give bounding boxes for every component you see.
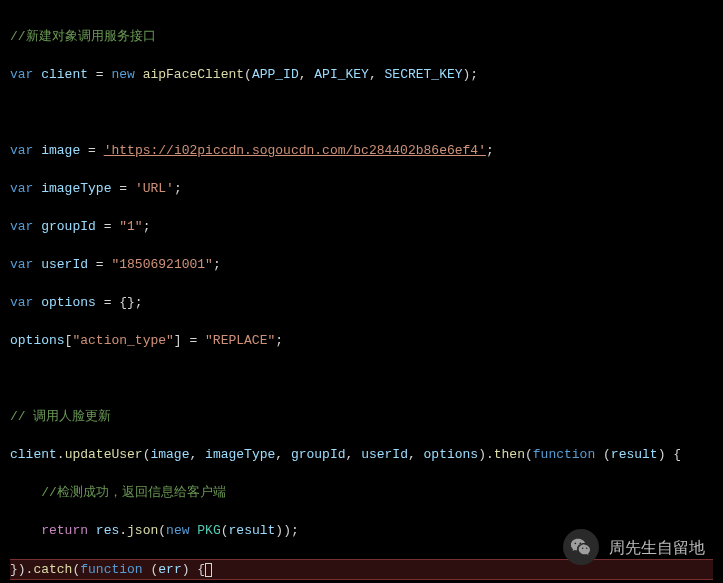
code-editor[interactable]: //新建对象调用服务接口 var client = new aipFaceCli… xyxy=(0,0,723,583)
watermark: 周先生自留地 xyxy=(563,529,705,565)
code-line: options["action_type"] = "REPLACE"; xyxy=(10,331,713,350)
code-line: var options = {}; xyxy=(10,293,713,312)
cursor xyxy=(205,563,212,577)
watermark-text: 周先生自留地 xyxy=(609,538,705,557)
code-line: var userId = "18506921001"; xyxy=(10,255,713,274)
code-line: // 调用人脸更新 xyxy=(10,407,713,426)
code-line: var client = new aipFaceClient(APP_ID, A… xyxy=(10,65,713,84)
code-line: var groupId = "1"; xyxy=(10,217,713,236)
code-line: client.updateUser(image, imageType, grou… xyxy=(10,445,713,464)
code-line: //检测成功，返回信息给客户端 xyxy=(10,483,713,502)
code-line xyxy=(10,369,713,388)
code-line: var image = 'https://i02piccdn.sogoucdn.… xyxy=(10,141,713,160)
wechat-icon xyxy=(563,529,599,565)
code-line xyxy=(10,103,713,122)
code-line: //新建对象调用服务接口 xyxy=(10,27,713,46)
code-line: var imageType = 'URL'; xyxy=(10,179,713,198)
